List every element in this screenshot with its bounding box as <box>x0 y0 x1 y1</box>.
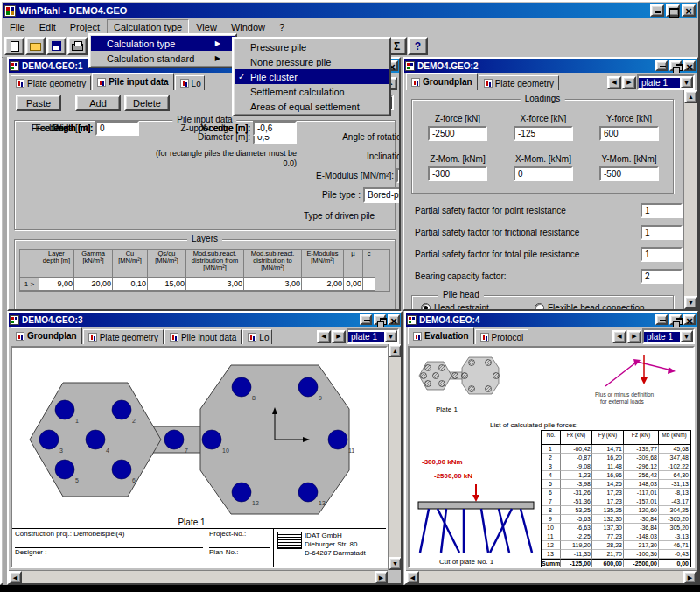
factor-input[interactable]: 1 <box>640 203 682 218</box>
chevron-down-icon[interactable]: ▼ <box>680 330 693 342</box>
window4-titlebar[interactable]: DEMO4.GEO:4 <box>406 313 696 327</box>
menu-item-pressure-pile[interactable]: Pressure pile <box>234 39 388 54</box>
layers-cell[interactable]: 2,00 <box>302 278 344 291</box>
chevron-down-icon[interactable]: ▼ <box>680 76 693 88</box>
pile-circle[interactable] <box>328 430 347 449</box>
tab-plate-geometry[interactable]: Plate geometry <box>479 75 559 90</box>
tab-pile-input-data[interactable]: Pile input data <box>92 73 173 90</box>
paste-button[interactable]: Paste <box>16 95 61 111</box>
head-restraint-option[interactable]: Head restraint <box>421 303 489 309</box>
save-button[interactable] <box>46 37 66 55</box>
pile-circle[interactable] <box>112 460 131 479</box>
pile-circle[interactable] <box>55 400 74 419</box>
pile-circle[interactable] <box>86 430 105 449</box>
plate-selector-combo[interactable]: plate 1 ▼ <box>637 74 695 90</box>
pile-circle[interactable] <box>55 460 74 479</box>
pile-circle[interactable] <box>202 430 221 449</box>
minimize-button[interactable] <box>655 314 668 325</box>
load-input[interactable]: -2500 <box>428 126 487 141</box>
tab-loads[interactable]: Lo <box>175 75 205 90</box>
pile-circle[interactable] <box>112 400 131 419</box>
tab-scroll-right-button[interactable]: ▶ <box>332 330 346 343</box>
tab-pile-input-data[interactable]: Pile input data <box>164 329 242 344</box>
vertical-scrollbar[interactable]: ▲ ▼ <box>388 344 401 570</box>
help-button[interactable]: ? <box>408 37 428 55</box>
menu-file[interactable]: File <box>3 19 32 35</box>
add-button[interactable]: Add <box>75 95 121 111</box>
pile-circle[interactable] <box>298 377 318 397</box>
field-input[interactable]: 0 <box>95 121 139 136</box>
pile-circle[interactable] <box>39 430 59 449</box>
horizontal-scrollbar[interactable]: ◀ ▶ <box>406 570 696 583</box>
scroll-left-button[interactable]: ◀ <box>9 571 22 583</box>
menu-item-calculation-type[interactable]: Calculation type ▶ <box>91 36 234 51</box>
field-input[interactable]: -0,6 <box>253 121 297 136</box>
layers-data-row[interactable]: 1 > 9,0020,000,1015,003,003,002,000,00 <box>20 278 389 291</box>
chevron-down-icon[interactable]: ▼ <box>384 330 397 342</box>
layers-cell[interactable]: 20,00 <box>74 278 113 291</box>
menu-item-settlement-calculation[interactable]: Settlement calculation <box>234 84 388 99</box>
tab-plate-geometry[interactable]: Plate geometry <box>83 329 164 344</box>
close-button[interactable] <box>388 314 400 325</box>
vertical-scrollbar[interactable]: ▲ ▼ <box>683 90 696 309</box>
scroll-down-button[interactable]: ▼ <box>388 557 401 570</box>
tab-scroll-left-button[interactable]: ◀ <box>612 330 626 343</box>
window2-titlebar[interactable]: DEMO4.GEO:2 <box>404 59 696 73</box>
plate-selector-combo[interactable]: plate 1 ▼ <box>346 328 399 344</box>
plate-selector-combo[interactable]: plate 1 ▼ <box>642 328 695 344</box>
scroll-right-button[interactable]: ▶ <box>683 571 696 583</box>
tab-scroll-right-button[interactable]: ▶ <box>627 330 641 343</box>
menu-item-calculation-standard[interactable]: Calculation standard ▶ <box>91 51 234 66</box>
open-folder-button[interactable] <box>25 37 46 55</box>
restore-button[interactable] <box>669 60 682 71</box>
maximize-button[interactable] <box>666 4 680 17</box>
load-input[interactable]: 0 <box>514 166 573 181</box>
pile-circle[interactable] <box>232 483 251 502</box>
close-button[interactable] <box>682 4 696 17</box>
scroll-down-button[interactable]: ▼ <box>684 296 696 309</box>
radio-icon[interactable] <box>421 303 430 309</box>
print-button[interactable] <box>67 37 88 55</box>
tab-scroll-left-button[interactable]: ◀ <box>317 330 331 343</box>
minimize-button[interactable] <box>650 4 664 17</box>
factor-input[interactable]: 1 <box>640 247 682 262</box>
menu-item-areas-of-equal-settlement[interactable]: Areas of equal settlement <box>234 99 388 114</box>
layers-cell[interactable]: 3,00 <box>244 278 302 291</box>
restore-button[interactable] <box>669 314 682 325</box>
restore-button[interactable] <box>374 314 386 325</box>
window3-titlebar[interactable]: DEMO4.GEO:3 <box>9 313 401 327</box>
layers-cell[interactable]: 3,00 <box>186 278 244 291</box>
tab-evaluation[interactable]: Evaluation <box>408 327 474 344</box>
close-button[interactable] <box>683 60 696 71</box>
menu-item-pile-cluster[interactable]: ✓ Pile cluster <box>234 69 388 84</box>
emodulus-input[interactable]: 3000 <box>396 168 399 183</box>
new-document-button[interactable] <box>4 37 24 55</box>
pile-circle[interactable] <box>298 483 318 502</box>
tab-plate-geometry[interactable]: Plate geometry <box>10 75 91 90</box>
tab-scroll-right-button[interactable]: ▶ <box>622 76 636 89</box>
scroll-up-button[interactable]: ▲ <box>388 344 401 357</box>
radio-icon[interactable] <box>535 303 544 309</box>
layers-cell[interactable]: 0,00 <box>344 278 363 291</box>
layers-cell[interactable]: 0,10 <box>113 278 148 291</box>
tab-protocol[interactable]: Protocol <box>475 329 529 344</box>
menu-edit[interactable]: Edit <box>32 19 63 35</box>
scroll-left-button[interactable]: ◀ <box>406 571 419 583</box>
pile-circle[interactable] <box>164 430 184 449</box>
factor-input[interactable]: 1 <box>640 225 682 240</box>
flexible-head-option[interactable]: Flexible head connection <box>535 303 645 309</box>
pile-type-combo[interactable]: Bored-pile ▼ <box>363 187 399 203</box>
load-input[interactable]: -500 <box>599 166 659 181</box>
menu-help[interactable]: ? <box>272 19 291 35</box>
close-button[interactable] <box>683 314 696 325</box>
scroll-up-button[interactable]: ▲ <box>684 90 696 103</box>
pile-circle[interactable] <box>232 377 251 397</box>
main-titlebar[interactable]: WinPfahl - DEMO4.GEO <box>3 3 697 18</box>
load-input[interactable]: -125 <box>514 126 573 141</box>
delete-button[interactable]: Delete <box>124 95 170 111</box>
tab-groundplan[interactable]: Groundplan <box>406 73 478 90</box>
tab-groundplan[interactable]: Groundplan <box>10 327 82 344</box>
layers-cell[interactable]: 15,00 <box>148 278 186 291</box>
load-input[interactable]: -300 <box>428 166 487 181</box>
tab-scroll-left-button[interactable]: ◀ <box>607 76 621 89</box>
